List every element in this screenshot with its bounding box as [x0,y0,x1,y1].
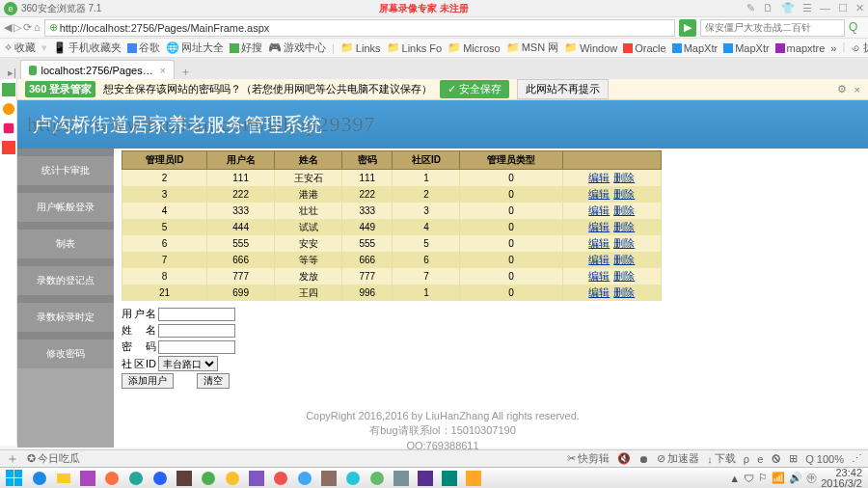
clear-button[interactable]: 清空 [197,373,230,389]
task-ie-icon[interactable] [28,469,51,488]
delete-link[interactable]: 删除 [613,286,635,298]
skin-icon[interactable]: 👕 [781,2,795,14]
tray-up-icon[interactable]: ▲ [729,473,740,484]
task-app-icon[interactable] [76,469,99,488]
input-name[interactable] [158,324,235,338]
download-button[interactable]: ↓ 下载 [707,451,736,466]
task-explorer-icon[interactable] [52,469,75,488]
forward-icon[interactable]: ▷ [14,21,21,34]
close-bar-icon[interactable]: × [854,84,860,95]
engine-icon[interactable]: e [757,453,763,465]
task-app-icon[interactable] [173,469,196,488]
tray-ime-icon[interactable]: ㊥ [806,471,817,485]
task-vs-icon[interactable] [414,469,437,488]
bookmark-folder[interactable]: 📁 MSN 网 [506,41,559,55]
minimize-icon[interactable]: — [820,2,830,14]
mute-icon[interactable]: 🔇 [617,452,631,465]
edit-link[interactable]: 编辑 [588,188,610,200]
bookmark-item[interactable]: 好搜 [230,41,262,55]
reload-icon[interactable]: ⟳ [23,21,32,34]
maximize-icon[interactable]: ☐ [838,2,848,14]
delete-link[interactable]: 删除 [613,270,635,282]
tray-flag-icon[interactable]: ⚐ [758,472,768,484]
bookmark-item[interactable]: 🌐 网址大全 [166,41,224,55]
back-icon[interactable]: ◀ [4,21,12,34]
nav-item-report[interactable]: 制表 [17,230,114,258]
app-icon[interactable] [2,122,15,135]
task-media-icon[interactable] [100,469,123,488]
task-360-icon[interactable] [197,469,220,488]
select-community[interactable]: 丰台路口 [158,356,218,371]
bookmark-item[interactable]: 🎮 游戏中心 [268,41,326,55]
task-app-icon[interactable] [269,469,292,488]
edit-link[interactable]: 编辑 [588,286,610,298]
tray-vol-icon[interactable]: 🔊 [789,472,802,484]
edit-link[interactable]: 编辑 [588,172,610,183]
tray-shield-icon[interactable]: 🛡 [744,473,754,484]
start-button[interactable] [2,469,27,488]
tray-net-icon[interactable]: 📶 [772,472,785,484]
edit-link[interactable]: 编辑 [588,221,610,232]
tray-clock[interactable]: 23:422016/3/2 [821,468,862,489]
input-user[interactable] [158,308,235,321]
bookmark-item[interactable]: 📱 手机收藏夹 [53,41,122,55]
search-icon[interactable]: Q [849,20,864,36]
bookmark-item[interactable]: Oracle [623,42,665,54]
nav-item-time[interactable]: 录数标录时定 [17,303,114,332]
edit-link[interactable]: 编辑 [588,254,610,265]
search-input[interactable] [700,19,845,37]
close-icon[interactable]: ✕ [855,2,864,14]
go-button[interactable]: ▶ [679,19,696,37]
bookmark-item[interactable]: MapXtr [672,42,718,54]
pc-icon[interactable]: ρ [744,453,749,465]
bookmark-folder[interactable]: 📁 Microso [448,41,501,54]
task-app-icon[interactable] [390,469,413,488]
zoom-label[interactable]: Q 100% [805,453,844,465]
bookmark-item[interactable]: MapXtr [723,42,769,54]
task-baidu-icon[interactable] [149,469,172,488]
bookmark-item[interactable]: mapxtre [775,42,826,54]
file-icon[interactable]: 🗋 [763,2,773,14]
task-chrome-icon[interactable] [221,469,244,488]
task-app-icon[interactable] [366,469,389,488]
bookmark-item[interactable]: 谷歌 [127,41,160,55]
bookmark-folder[interactable]: 📁 Window [564,41,617,54]
input-pwd[interactable] [158,340,235,354]
ext-button[interactable]: ꩜ 扩展 [851,41,868,55]
delete-link[interactable]: 删除 [613,221,635,232]
home-icon[interactable]: ⌂ [34,21,41,34]
delete-link[interactable]: 删除 [613,204,635,216]
tool-kuai[interactable]: ✂ 快剪辑 [567,451,610,466]
nav-item-user[interactable]: 用户帐般登录 [17,193,114,222]
fav-star-icon[interactable]: ✧ 收藏 [4,41,36,55]
delete-link[interactable]: 删除 [613,188,635,200]
bookmark-folder[interactable]: 📁 Links Fo [387,41,443,54]
record-icon[interactable]: ⏺ [638,453,649,465]
menu-icon[interactable]: ☰ [802,2,812,14]
never-save-button[interactable]: 此网站不再提示 [517,79,609,99]
browser-tab[interactable]: localhost:2756/Pages/MainF × [20,60,175,79]
edit-link[interactable]: 编辑 [588,204,610,216]
block-icon[interactable]: 🛇 [771,453,781,465]
fav-sidebar-icon[interactable] [2,83,15,96]
grid-icon[interactable]: ⊞ [789,452,798,465]
task-app-icon[interactable] [245,469,268,488]
nav-item-record[interactable]: 录数的登记点 [17,266,114,295]
edit-link[interactable]: 编辑 [588,270,610,282]
nav-item-pwd[interactable]: 修改密码 [17,339,114,368]
add-fav-icon[interactable]: ＋ [6,450,19,468]
save-password-button[interactable]: ✓ 安全保存 [440,80,509,98]
nav-item-stat[interactable]: 统计卡审批 [17,156,114,185]
task-app-icon[interactable] [341,469,365,488]
bookmark-folder[interactable]: 📁 Links [340,41,381,54]
flag-icon[interactable] [2,141,15,154]
resize-grip-icon[interactable]: ⋰ [852,452,862,465]
delete-link[interactable]: 删除 [613,237,635,249]
task-app-icon[interactable] [438,469,461,488]
tab-close-icon[interactable]: × [159,65,165,76]
task-qq-icon[interactable] [124,469,148,488]
task-rec-icon[interactable] [462,469,485,488]
delete-link[interactable]: 删除 [613,172,635,183]
task-app-icon[interactable] [317,469,340,488]
today-button[interactable]: ✪ 今日吃瓜 [27,451,80,466]
